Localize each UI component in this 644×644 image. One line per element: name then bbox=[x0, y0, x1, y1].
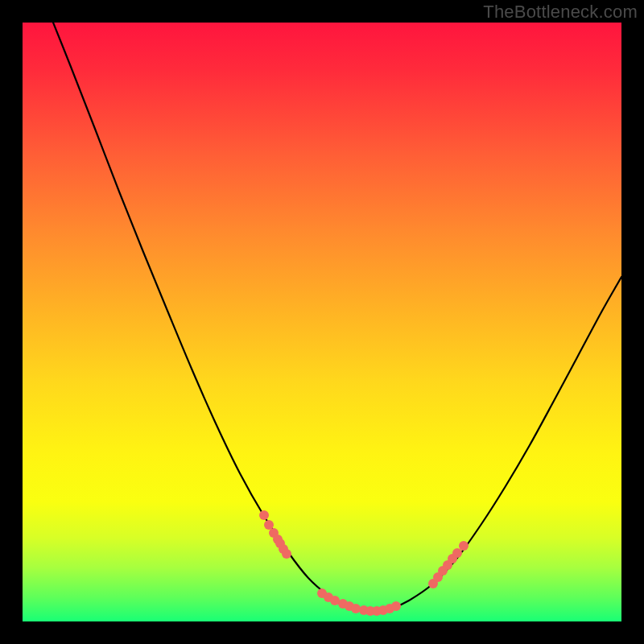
chart-plot-area bbox=[23, 23, 621, 621]
bottleneck-curve-chart bbox=[23, 23, 621, 621]
data-marker bbox=[452, 548, 462, 558]
data-markers bbox=[259, 510, 469, 616]
watermark-text: TheBottleneck.com bbox=[483, 2, 638, 23]
data-marker bbox=[351, 604, 361, 613]
data-marker bbox=[391, 601, 401, 611]
data-marker bbox=[282, 549, 291, 559]
data-marker bbox=[264, 520, 274, 530]
data-marker bbox=[259, 510, 269, 520]
data-marker bbox=[459, 541, 469, 551]
curve-line bbox=[47, 23, 621, 611]
